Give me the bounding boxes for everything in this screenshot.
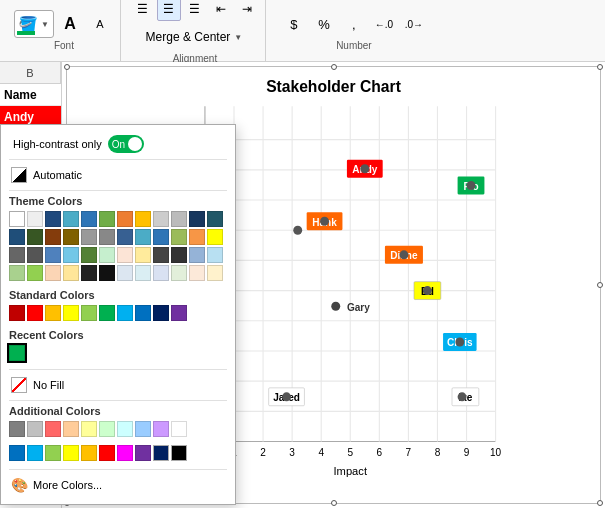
theme-color-swatch[interactable] bbox=[9, 229, 25, 245]
theme-color-swatch[interactable] bbox=[153, 229, 169, 245]
standard-color-swatch[interactable] bbox=[99, 305, 115, 321]
theme-color-swatch[interactable] bbox=[81, 229, 97, 245]
theme-color-swatch[interactable] bbox=[153, 247, 169, 263]
more-colors-option[interactable]: 🎨 More Colors... bbox=[9, 474, 227, 496]
theme-color-swatch[interactable] bbox=[63, 265, 79, 281]
theme-color-swatch[interactable] bbox=[99, 247, 115, 263]
theme-color-swatch[interactable] bbox=[27, 229, 43, 245]
standard-color-swatch[interactable] bbox=[27, 305, 43, 321]
percent-button[interactable]: % bbox=[310, 10, 338, 38]
theme-color-swatch[interactable] bbox=[81, 247, 97, 263]
theme-color-swatch[interactable] bbox=[117, 265, 133, 281]
theme-color-swatch[interactable] bbox=[189, 247, 205, 263]
theme-color-swatch[interactable] bbox=[99, 229, 115, 245]
increase-decimal-button[interactable]: .0→ bbox=[400, 10, 428, 38]
merge-center-button[interactable]: Merge & Center ▼ bbox=[139, 23, 252, 51]
theme-color-swatch[interactable] bbox=[27, 265, 43, 281]
no-fill-option[interactable]: No Fill bbox=[9, 374, 227, 396]
theme-color-swatch[interactable] bbox=[171, 229, 187, 245]
theme-color-swatch[interactable] bbox=[207, 229, 223, 245]
theme-color-swatch[interactable] bbox=[117, 211, 133, 227]
theme-color-swatch[interactable] bbox=[9, 211, 25, 227]
theme-color-swatch[interactable] bbox=[81, 211, 97, 227]
decrease-decimal-button[interactable]: ←.0 bbox=[370, 10, 398, 38]
additional-color-swatch[interactable] bbox=[171, 445, 187, 461]
standard-color-swatch[interactable] bbox=[45, 305, 61, 321]
resize-handle-b[interactable] bbox=[331, 500, 337, 506]
theme-color-swatch[interactable] bbox=[81, 265, 97, 281]
additional-color-swatch[interactable] bbox=[81, 445, 97, 461]
theme-color-swatch[interactable] bbox=[135, 247, 151, 263]
indent-decrease-button[interactable]: ⇤ bbox=[209, 0, 233, 21]
additional-color-swatch[interactable] bbox=[63, 421, 79, 437]
additional-color-swatch[interactable] bbox=[63, 445, 79, 461]
standard-color-swatch[interactable] bbox=[63, 305, 79, 321]
theme-color-swatch[interactable] bbox=[45, 247, 61, 263]
additional-color-swatch[interactable] bbox=[99, 445, 115, 461]
standard-color-swatch[interactable] bbox=[81, 305, 97, 321]
standard-color-swatch[interactable] bbox=[9, 305, 25, 321]
theme-color-swatch[interactable] bbox=[189, 265, 205, 281]
fill-color-button[interactable]: 🪣 ▼ bbox=[14, 10, 54, 38]
additional-color-swatch[interactable] bbox=[135, 445, 151, 461]
standard-color-swatch[interactable] bbox=[171, 305, 187, 321]
theme-color-swatch[interactable] bbox=[171, 247, 187, 263]
theme-color-swatch[interactable] bbox=[171, 211, 187, 227]
theme-color-swatch[interactable] bbox=[27, 247, 43, 263]
theme-color-swatch[interactable] bbox=[189, 229, 205, 245]
automatic-option[interactable]: Automatic bbox=[9, 164, 227, 186]
resize-handle-r[interactable] bbox=[597, 282, 603, 288]
additional-color-swatch[interactable] bbox=[117, 445, 133, 461]
font-size-small-button[interactable]: A bbox=[86, 10, 114, 38]
align-top-left-button[interactable]: ☰ bbox=[131, 0, 155, 21]
resize-handle-t[interactable] bbox=[331, 64, 337, 70]
additional-color-swatch[interactable] bbox=[27, 445, 43, 461]
additional-color-swatch[interactable] bbox=[45, 445, 61, 461]
theme-color-swatch[interactable] bbox=[135, 265, 151, 281]
indent-increase-button[interactable]: ⇥ bbox=[235, 0, 259, 21]
high-contrast-toggle[interactable]: On bbox=[108, 135, 144, 153]
standard-color-swatch[interactable] bbox=[153, 305, 169, 321]
standard-color-swatch[interactable] bbox=[135, 305, 151, 321]
theme-color-swatch[interactable] bbox=[45, 265, 61, 281]
additional-color-swatch[interactable] bbox=[135, 421, 151, 437]
resize-handle-tr[interactable] bbox=[597, 64, 603, 70]
currency-button[interactable]: $ bbox=[280, 10, 308, 38]
merge-center-dropdown-arrow[interactable]: ▼ bbox=[232, 33, 244, 42]
additional-color-swatch[interactable] bbox=[153, 421, 169, 437]
additional-color-swatch[interactable] bbox=[117, 421, 133, 437]
theme-color-swatch[interactable] bbox=[207, 211, 223, 227]
resize-handle-tl[interactable] bbox=[64, 64, 70, 70]
theme-color-swatch[interactable] bbox=[63, 247, 79, 263]
theme-color-swatch[interactable] bbox=[9, 265, 25, 281]
theme-color-swatch[interactable] bbox=[153, 265, 169, 281]
theme-color-swatch[interactable] bbox=[99, 265, 115, 281]
additional-color-swatch[interactable] bbox=[27, 421, 43, 437]
theme-color-swatch[interactable] bbox=[135, 229, 151, 245]
theme-color-swatch[interactable] bbox=[117, 247, 133, 263]
additional-color-swatch[interactable] bbox=[99, 421, 115, 437]
fill-color-dropdown-arrow[interactable]: ▼ bbox=[39, 20, 51, 29]
additional-color-swatch[interactable] bbox=[153, 445, 169, 461]
theme-color-swatch[interactable] bbox=[117, 229, 133, 245]
standard-color-swatch[interactable] bbox=[117, 305, 133, 321]
font-size-large-button[interactable]: A bbox=[56, 10, 84, 38]
theme-color-swatch[interactable] bbox=[207, 265, 223, 281]
align-top-right-button[interactable]: ☰ bbox=[183, 0, 207, 21]
recent-color-swatch[interactable] bbox=[9, 345, 25, 361]
additional-color-swatch[interactable] bbox=[81, 421, 97, 437]
theme-color-swatch[interactable] bbox=[135, 211, 151, 227]
theme-color-swatch[interactable] bbox=[99, 211, 115, 227]
theme-color-swatch[interactable] bbox=[207, 247, 223, 263]
theme-color-swatch[interactable] bbox=[189, 211, 205, 227]
additional-color-swatch[interactable] bbox=[45, 421, 61, 437]
additional-color-swatch[interactable] bbox=[9, 445, 25, 461]
theme-color-swatch[interactable] bbox=[45, 229, 61, 245]
theme-color-swatch[interactable] bbox=[9, 247, 25, 263]
theme-color-swatch[interactable] bbox=[45, 211, 61, 227]
theme-color-swatch[interactable] bbox=[63, 211, 79, 227]
comma-button[interactable]: , bbox=[340, 10, 368, 38]
theme-color-swatch[interactable] bbox=[171, 265, 187, 281]
align-center-button[interactable]: ☰ bbox=[157, 0, 181, 21]
theme-color-swatch[interactable] bbox=[63, 229, 79, 245]
